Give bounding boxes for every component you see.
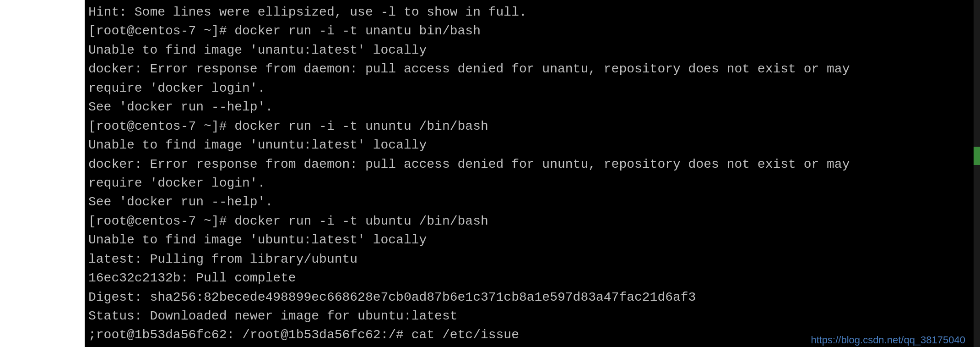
scrollbar[interactable] xyxy=(974,0,980,347)
terminal-line: docker: Error response from daemon: pull… xyxy=(88,155,970,174)
scrollbar-thumb[interactable] xyxy=(974,147,980,165)
terminal-line: Unable to find image 'unantu:latest' loc… xyxy=(88,41,970,60)
terminal-line: 16ec32c2132b: Pull complete xyxy=(88,269,970,287)
terminal-line: Hint: Some lines were ellipsized, use -l… xyxy=(88,3,970,22)
terminal-line: Digest: sha256:82becede498899ec668628e7c… xyxy=(88,288,970,307)
terminal-output: Hint: Some lines were ellipsized, use -l… xyxy=(88,3,970,347)
terminal-line: latest: Pulling from library/ubuntu xyxy=(88,250,970,269)
terminal-line: See 'docker run --help'. xyxy=(88,193,970,211)
terminal-line: require 'docker login'. xyxy=(88,79,970,98)
terminal-line: [root@centos-7 ~]# docker run -i -t unun… xyxy=(88,117,970,136)
terminal-line: require 'docker login'. xyxy=(88,174,970,193)
terminal-line: See 'docker run --help'. xyxy=(88,98,970,116)
terminal-line: docker: Error response from daemon: pull… xyxy=(88,60,970,78)
terminal-line: [root@centos-7 ~]# docker run -i -t ubun… xyxy=(88,212,970,231)
terminal-line: [root@centos-7 ~]# docker run -i -t unan… xyxy=(88,22,970,40)
terminal-line: Unable to find image 'ubuntu:latest' loc… xyxy=(88,231,970,249)
watermark: https://blog.csdn.net/qq_38175040 xyxy=(811,334,965,346)
terminal-line: Status: Downloaded newer image for ubunt… xyxy=(88,307,970,325)
left-panel xyxy=(0,0,85,347)
terminal-line: Unable to find image 'ununtu:latest' loc… xyxy=(88,136,970,154)
terminal-area[interactable]: Hint: Some lines were ellipsized, use -l… xyxy=(85,0,974,347)
